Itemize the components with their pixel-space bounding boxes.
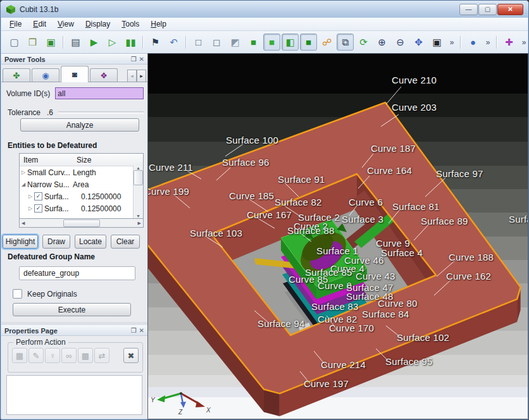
panel-controls: ❐ ✕: [131, 56, 144, 63]
smooth-shade-view-button[interactable]: ■: [263, 34, 280, 51]
wireframe-view-button[interactable]: □: [190, 34, 207, 51]
tab-scroll-left-icon[interactable]: ◂: [127, 70, 137, 82]
horizontal-scroll-thumb[interactable]: [63, 219, 100, 227]
defeature-tool-tab[interactable]: ◙: [61, 66, 89, 82]
float-panel-icon[interactable]: ❐: [131, 56, 137, 63]
vertical-scroll-thumb[interactable]: [134, 170, 143, 185]
sync-action-button[interactable]: ⇄: [94, 348, 109, 363]
shaded-view-button[interactable]: ■: [245, 34, 262, 51]
tree-item-label: Small Curv...: [27, 168, 73, 177]
eraser-action-button[interactable]: ✎: [28, 348, 44, 363]
tree-row[interactable]: ▷ ✓ Surfa... 0.12500000: [20, 202, 143, 214]
clear-button[interactable]: Clear: [111, 235, 140, 249]
power-tools-title: Power Tools: [4, 56, 46, 63]
vertical-scrollbar[interactable]: ▲ ▼: [133, 166, 143, 218]
entity-label: Surface 97: [436, 168, 483, 179]
properties-header[interactable]: Properties Page ❐ ✕: [1, 325, 147, 336]
pan-button[interactable]: ✥: [410, 34, 427, 51]
scroll-left-icon[interactable]: ◀: [20, 221, 27, 226]
transparent-view-button[interactable]: ◩: [227, 34, 244, 51]
expander-icon[interactable]: ▷: [27, 206, 34, 211]
size-column-header[interactable]: Size: [77, 156, 91, 164]
volume-id-input[interactable]: all: [55, 87, 144, 99]
binoculars-action-button[interactable]: ∞: [61, 348, 77, 363]
grid-action-button[interactable]: ▩: [78, 348, 93, 363]
scroll-up-icon[interactable]: ▲: [136, 166, 140, 170]
close-panel-icon[interactable]: ✕: [139, 56, 144, 63]
scroll-down-icon[interactable]: ▼: [136, 214, 140, 218]
select-entities-button[interactable]: ⧉: [337, 34, 354, 51]
tree-row[interactable]: ◢ Narrow Su... Area: [20, 178, 143, 190]
tolerance-input[interactable]: .6: [47, 108, 53, 117]
float-panel-icon[interactable]: ❐: [131, 327, 137, 334]
graph-view-button[interactable]: ☍: [318, 34, 335, 51]
vertex-overflow-button[interactable]: »: [519, 34, 528, 51]
keep-originals-checkbox[interactable]: [13, 289, 22, 299]
close-button[interactable]: ✕: [497, 4, 523, 15]
flag-button[interactable]: ⚑: [147, 34, 164, 51]
new-file-button[interactable]: ▢: [6, 34, 23, 51]
entities-tree[interactable]: Item Size ▷ Small Curv... Length ◢ Narro…: [19, 153, 144, 219]
reset-action-button[interactable]: ✖: [123, 348, 139, 363]
menu-item[interactable]: Help: [145, 18, 172, 30]
entity-label: Surface 4: [381, 247, 423, 258]
hiddenline-view-button[interactable]: ◻: [208, 34, 225, 51]
chart-action-button[interactable]: ▦: [12, 348, 27, 363]
expander-icon[interactable]: ▷: [20, 170, 27, 175]
vertex-tool-button[interactable]: ✚: [501, 34, 518, 51]
minimize-button[interactable]: —: [459, 4, 478, 15]
horizontal-scrollbar[interactable]: ◀ ▶: [19, 219, 144, 228]
row-checkbox[interactable]: ✓: [34, 192, 42, 201]
locate-button[interactable]: Locate: [75, 235, 106, 249]
mesh-view-button[interactable]: ◧: [282, 34, 299, 51]
geometry-tool-tab[interactable]: ✤: [3, 68, 30, 82]
menu-item[interactable]: Edit: [27, 18, 52, 30]
properties-title: Properties Page: [4, 327, 58, 335]
item-column-header[interactable]: Item: [20, 156, 77, 164]
highlight-button[interactable]: Highlight: [3, 235, 38, 249]
entity-label: Surface 89: [421, 216, 468, 226]
title-bar[interactable]: Cubit 13.1b —▢✕: [1, 1, 528, 18]
menu-item[interactable]: File: [4, 18, 27, 30]
scroll-right-icon[interactable]: ▶: [136, 221, 143, 226]
execute-button[interactable]: Execute: [13, 303, 131, 316]
power-tools-header[interactable]: Power Tools ❐ ✕: [1, 54, 147, 65]
row-checkbox[interactable]: ✓: [34, 204, 42, 213]
mesh-tool-tab[interactable]: ❖: [90, 68, 118, 82]
menu-item[interactable]: Display: [80, 18, 116, 30]
entity-label: Curve 187: [371, 143, 416, 154]
open-file-button[interactable]: ❒: [24, 34, 41, 51]
journal-editor-button[interactable]: ▤: [67, 34, 84, 51]
expander-icon[interactable]: ◢: [20, 182, 27, 187]
menu-item[interactable]: Tools: [116, 18, 145, 30]
sphere-overflow-button[interactable]: »: [483, 34, 493, 51]
group-name-input[interactable]: defeature_group: [19, 266, 135, 280]
analyze-button[interactable]: Analyze: [20, 118, 139, 132]
refresh-graphics-button[interactable]: ⟳: [355, 34, 372, 51]
tree-row[interactable]: ▷ ✓ Surfa... 0.12500000: [20, 190, 143, 202]
volume-row: Volume ID(s) all: [6, 87, 144, 99]
toolbar-overflow-button[interactable]: »: [447, 34, 457, 51]
maximize-button[interactable]: ▢: [478, 4, 497, 15]
select-box-button[interactable]: ▣: [428, 34, 445, 51]
zoom-out-button[interactable]: ⊖: [392, 34, 409, 51]
tree-header: Item Size: [20, 154, 143, 166]
sphere-tool-button[interactable]: ●: [464, 34, 482, 51]
menu-item[interactable]: View: [52, 18, 80, 30]
play-journal-button[interactable]: ▶: [85, 34, 103, 51]
graphics-viewport[interactable]: Y Z X Curve 210Curve 203Surface 100Curve…: [148, 54, 528, 419]
draw-button[interactable]: Draw: [42, 235, 70, 249]
close-panel-icon[interactable]: ✕: [139, 327, 144, 334]
undo-button[interactable]: ↶: [165, 34, 182, 51]
diagnostics-tool-tab[interactable]: ◉: [32, 68, 59, 82]
pause-journal-button[interactable]: ▮▮: [122, 34, 139, 51]
pin-action-button[interactable]: ♀: [45, 348, 60, 363]
step-journal-button[interactable]: ▷: [104, 34, 121, 51]
zoom-in-button[interactable]: ⊕: [373, 34, 390, 51]
properties-list[interactable]: [6, 375, 142, 415]
perspective-view-button[interactable]: ■: [300, 34, 317, 51]
expander-icon[interactable]: ▷: [27, 194, 34, 199]
tree-row[interactable]: ▷ Small Curv... Length: [20, 166, 143, 178]
tab-scroll-right-icon[interactable]: ▸: [137, 70, 146, 82]
save-button[interactable]: ▣: [42, 34, 59, 51]
